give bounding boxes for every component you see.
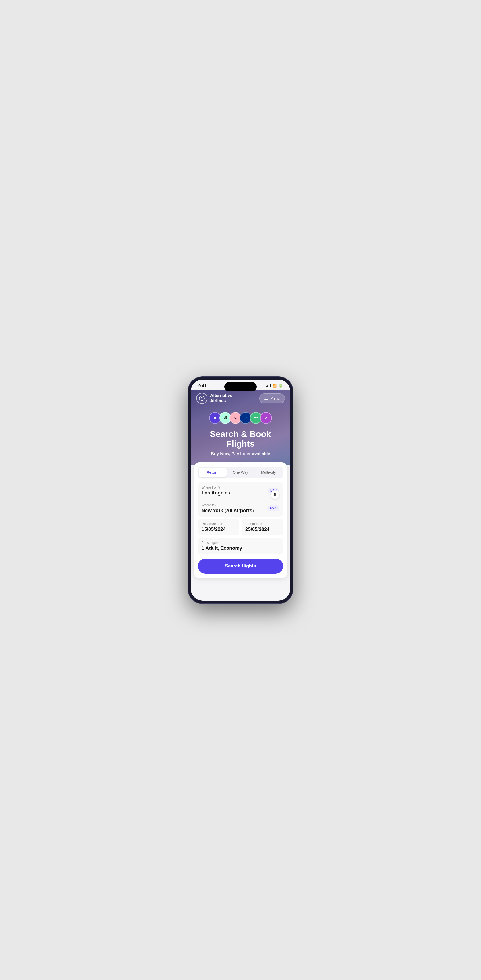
logo-line1: Alternative: [210, 393, 233, 398]
hero-section: Alternative Airlines Menu a ↺ K. P 〜: [191, 390, 290, 465]
nav-bar: Alternative Airlines Menu: [196, 390, 285, 409]
signal-bars-icon: [266, 384, 271, 387]
return-value: 25/05/2024: [245, 527, 279, 532]
hamburger-icon: [264, 397, 268, 400]
departure-value: 15/05/2024: [202, 527, 236, 532]
app-content: Alternative Airlines Menu a ↺ K. P 〜: [191, 390, 290, 598]
trip-type-tabs: Return One Way Multi-city: [198, 467, 283, 478]
swap-button[interactable]: ⇅: [271, 490, 279, 499]
signal-bar-3: [269, 385, 269, 387]
status-icons: 📶 🔋: [266, 383, 283, 388]
tab-multi-city[interactable]: Multi-city: [255, 468, 282, 477]
dynamic-island: [225, 382, 256, 391]
to-field[interactable]: Where to? New York (All Airports) NYC: [198, 499, 283, 517]
menu-label: Menu: [270, 396, 280, 401]
to-label: Where to?: [202, 503, 268, 507]
return-date-field[interactable]: Return date 25/05/2024: [242, 519, 283, 536]
from-value: Los Angeles: [202, 490, 268, 496]
from-label: Where from?: [202, 485, 268, 489]
signal-bar-4: [270, 384, 271, 387]
passengers-field[interactable]: Passengers 1 Adult, Economy: [198, 538, 283, 554]
return-label: Return date: [245, 522, 279, 526]
to-value: New York (All Airports): [202, 508, 268, 514]
search-flights-button[interactable]: Search flights: [198, 558, 283, 574]
logo: Alternative Airlines: [196, 393, 233, 404]
battery-icon: 🔋: [278, 383, 283, 388]
menu-button[interactable]: Menu: [259, 393, 285, 403]
passengers-value: 1 Adult, Economy: [202, 546, 279, 551]
signal-bar-2: [268, 385, 268, 387]
status-time: 9:41: [198, 383, 206, 388]
search-card: Return One Way Multi-city Where from? Lo…: [194, 463, 287, 578]
tab-return[interactable]: Return: [199, 468, 226, 477]
hero-title: Search & Book Flights: [196, 429, 285, 449]
date-row: Departure date 15/05/2024 Return date 25…: [198, 519, 283, 536]
logo-line2: Airlines: [210, 398, 233, 403]
logo-text: Alternative Airlines: [210, 393, 233, 403]
from-field[interactable]: Where from? Los Angeles LAX: [198, 482, 283, 499]
logo-icon: [196, 393, 207, 404]
wifi-icon: 📶: [272, 383, 277, 388]
tab-one-way[interactable]: One Way: [226, 468, 255, 477]
passengers-label: Passengers: [202, 541, 279, 545]
origin-destination-group: Where from? Los Angeles LAX ⇅ Where to? …: [198, 482, 283, 517]
to-field-content: Where to? New York (All Airports): [202, 503, 268, 514]
zip-icon: Z: [260, 412, 272, 424]
payment-icons-row: a ↺ K. P 〜 Z: [196, 412, 285, 424]
from-field-content: Where from? Los Angeles: [202, 485, 268, 496]
signal-bar-1: [266, 386, 267, 387]
departure-date-field[interactable]: Departure date 15/05/2024: [198, 519, 239, 536]
hero-subtitle: Buy Now, Pay Later available: [196, 452, 285, 456]
departure-label: Departure date: [202, 522, 236, 526]
to-badge: NYC: [268, 506, 279, 511]
phone-frame: 9:41 📶 🔋: [188, 377, 293, 603]
